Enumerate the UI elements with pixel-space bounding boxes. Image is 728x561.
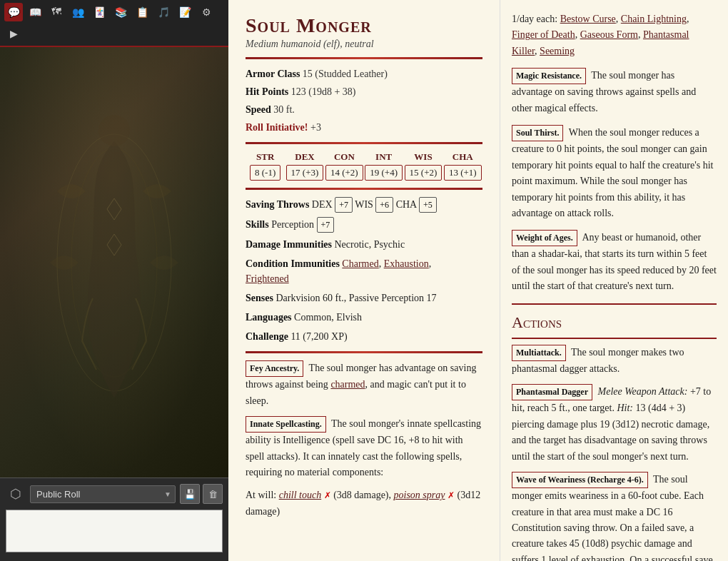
damage-immunities-line: Damage Immunities Necrotic, Psychic [246, 237, 482, 252]
innate-spellcasting-badge: Innate Spellcasting. [246, 416, 326, 433]
roll-bar: ⬡ Public Roll Private GM Roll Blind GM R… [6, 484, 223, 504]
right-panel: 1/day each: Bestow Curse, Chain Lightnin… [500, 0, 728, 561]
poison-spray-remove[interactable]: ✗ [448, 490, 455, 500]
magic-resistance-badge: Magic Resistance. [512, 68, 586, 84]
cha-save-box[interactable]: +5 [419, 197, 437, 213]
con-value[interactable]: 14 (+2) [325, 165, 363, 181]
perception-box[interactable]: +7 [317, 217, 335, 233]
stats-divider [246, 142, 482, 144]
ability-cha: CHA 13 (+1) [443, 151, 482, 181]
multiattack-badge: Multiattack. [512, 345, 566, 361]
weight-of-ages-trait: Weight of Ages. Any beast or humanoid, o… [512, 230, 717, 294]
actions-divider2 [512, 338, 717, 339]
map-icon[interactable]: 🗺 [47, 3, 66, 21]
languages-line: Languages Common, Elvish [246, 310, 482, 325]
soul-thirst-trait: Soul Thirst. When the soul monger reduce… [512, 125, 717, 221]
once-per-day-spells: 1/day each: Bestow Curse, Chain Lightnin… [512, 11, 717, 59]
charmed-link[interactable]: Charmed [342, 258, 378, 269]
phantasmal-dagger-badge: Phantasmal Dagger [512, 384, 592, 400]
audio-icon[interactable]: 🎵 [154, 3, 173, 21]
ability-int: INT 19 (+4) [364, 151, 403, 181]
roll-initiative-link[interactable]: Roll Initiative! [246, 122, 308, 133]
ability-wis: WIS 15 (+2) [403, 151, 443, 181]
settings-icon[interactable]: ⚙ [197, 3, 216, 21]
chat-input[interactable] [6, 510, 223, 552]
traits-divider [246, 351, 482, 353]
challenge-line: Challenge 11 (7,200 XP) [246, 329, 482, 344]
monster-name: Soul Monger [246, 14, 482, 37]
monster-subtitle: Medium humanoid (elf), neutral [246, 39, 482, 50]
bestow-curse-link[interactable]: Bestow Curse [560, 14, 616, 24]
wis-save-box[interactable]: +6 [375, 197, 393, 213]
speed-line: Speed 30 ft. [246, 102, 482, 117]
initiative-line: Roll Initiative! +3 [246, 120, 482, 135]
roll-action-buttons: 💾 🗑 [180, 484, 223, 504]
svg-point-2 [98, 115, 130, 146]
wis-value[interactable]: 15 (+2) [405, 165, 443, 181]
skills-line: Skills Perception +7 [246, 217, 482, 233]
dex-value[interactable]: 17 (+3) [286, 165, 324, 181]
int-value[interactable]: 19 (+4) [365, 165, 403, 181]
saving-throws-line: Saving Throws DEX +7 WIS +6 CHA +5 [246, 197, 482, 213]
notes-icon[interactable]: 📝 [176, 3, 194, 21]
wave-of-weariness-badge: Wave of Weariness (Recharge 4-6). [512, 472, 648, 488]
save-chat-button[interactable]: 💾 [180, 484, 200, 504]
delete-chat-button[interactable]: 🗑 [203, 484, 223, 504]
chat-icon[interactable]: 💬 [4, 3, 23, 21]
condition-immunities-line: Condition Immunities Charmed, Exhaustion… [246, 256, 482, 286]
wave-of-weariness-action: Wave of Weariness (Recharge 4-6). The so… [512, 472, 717, 561]
cards-icon[interactable]: 🃏 [90, 3, 108, 21]
at-will-line: At will: chill touch ✗ (3d8 damage), poi… [246, 487, 482, 520]
more-icon[interactable]: ▶ [4, 24, 23, 43]
seeming-link[interactable]: Seeming [540, 46, 575, 56]
actions-divider [512, 303, 717, 305]
finger-of-death-link[interactable]: Finger of Death [512, 29, 575, 40]
multiattack-action: Multiattack. The soul monger makes two p… [512, 345, 717, 378]
weight-of-ages-badge: Weight of Ages. [512, 230, 577, 246]
magic-resistance-trait: Magic Resistance. The soul monger has ad… [512, 68, 717, 116]
ability-dex: DEX 17 (+3) [285, 151, 324, 181]
compendium-icon[interactable]: 📚 [111, 3, 130, 21]
actions-heading: Actions [512, 313, 717, 332]
roll-type-wrapper: Public Roll Private GM Roll Blind GM Rol… [30, 485, 176, 503]
sidebar: 💬 📖 🗺 👥 🃏 📚 📋 🎵 📝 ⚙ ▶ [0, 0, 228, 561]
title-divider [246, 57, 482, 59]
sidebar-bottom: ⬡ Public Roll Private GM Roll Blind GM R… [0, 477, 228, 561]
dex-save-box[interactable]: +7 [335, 197, 353, 213]
phantasmal-dagger-action: Phantasmal Dagger Melee Weapon Attack: +… [512, 384, 717, 465]
sidebar-artwork [0, 47, 228, 477]
ability-scores-table: STR 8 (-1) DEX 17 (+3) CON 14 (+2) INT 1… [246, 151, 482, 181]
frightened-link[interactable]: Frightened [246, 273, 289, 284]
main-content: Soul Monger Medium humanoid (elf), neutr… [228, 0, 500, 561]
innate-spellcasting-trait: Innate Spellcasting. The soul monger's i… [246, 416, 482, 480]
ability-divider [246, 188, 482, 190]
str-value[interactable]: 8 (-1) [250, 165, 280, 181]
ability-con: CON 14 (+2) [325, 151, 364, 181]
dice-icon: ⬡ [6, 484, 26, 504]
chill-touch-remove[interactable]: ✗ [324, 490, 331, 500]
sidebar-toolbar: 💬 📖 🗺 👥 🃏 📚 📋 🎵 📝 ⚙ ▶ [0, 0, 228, 47]
soul-thirst-badge: Soul Thirst. [512, 125, 563, 141]
chain-lightning-link[interactable]: Chain Lightning [621, 14, 687, 24]
poison-spray-link[interactable]: poison spray [394, 490, 445, 500]
chill-touch-link[interactable]: chill touch [279, 490, 322, 500]
exhaustion-link[interactable]: Exhaustion [384, 258, 429, 269]
charmed-trait-link[interactable]: charmed [330, 379, 365, 390]
gaseous-form-link[interactable]: Gaseous Form [580, 29, 638, 40]
senses-line: Senses Darkvision 60 ft., Passive Percep… [246, 290, 482, 305]
roll-type-select[interactable]: Public Roll Private GM Roll Blind GM Rol… [30, 485, 176, 503]
fey-ancestry-badge: Fey Ancestry. [246, 360, 303, 377]
tokens-icon[interactable]: 👥 [69, 3, 87, 21]
tables-icon[interactable]: 📋 [133, 3, 151, 21]
armor-class-line: Armor Class 15 (Studded Leather) [246, 66, 482, 81]
ability-str: STR 8 (-1) [246, 151, 285, 181]
hit-points-line: Hit Points 123 (19d8 + 38) [246, 84, 482, 99]
sidebar-art-area [0, 47, 228, 477]
cha-value[interactable]: 13 (+1) [444, 165, 482, 181]
fey-ancestry-trait: Fey Ancestry. The soul monger has advant… [246, 360, 482, 409]
journal-icon[interactable]: 📖 [26, 3, 44, 21]
